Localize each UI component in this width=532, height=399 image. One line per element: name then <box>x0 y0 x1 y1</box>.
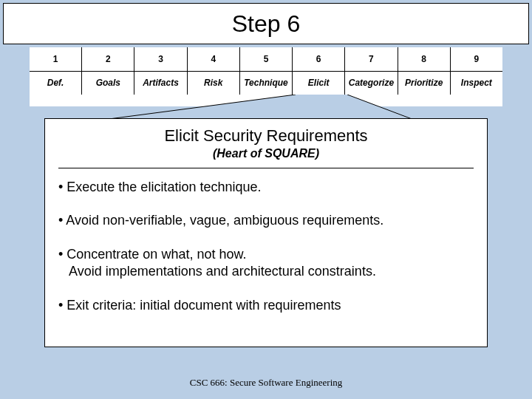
step-nav: 1 2 3 4 5 6 7 8 9 Def. Goals Artifacts R… <box>30 47 502 106</box>
step-num-4: 4 <box>188 47 240 72</box>
step-label-7: Categorize <box>345 71 398 95</box>
step-label-2: Goals <box>82 71 134 95</box>
page-title: Step 6 <box>232 10 301 38</box>
step-label-5: Technique <box>240 71 293 95</box>
step-nav-labels: Def. Goals Artifacts Risk Technique Elic… <box>30 71 502 95</box>
divider <box>58 168 474 168</box>
step-num-2: 2 <box>82 47 134 72</box>
section-subtitle: (Heart of SQUARE) <box>58 147 474 160</box>
section-heading: Elicit Security Requirements <box>58 126 474 146</box>
step-num-9: 9 <box>451 47 502 72</box>
content-box: Elicit Security Requirements (Heart of S… <box>44 118 488 347</box>
step-label-3: Artifacts <box>134 71 187 95</box>
step-label-4: Risk <box>188 71 240 95</box>
bullet-4: • Exit criteria: initial document with r… <box>58 297 474 314</box>
bullet-3-line1: • Concentrate on what, not how. <box>58 247 246 262</box>
step-label-9: Inspect <box>451 71 502 95</box>
step-nav-numbers: 1 2 3 4 5 6 7 8 9 <box>30 47 502 71</box>
step-num-6: 6 <box>293 47 345 72</box>
bullet-2: • Avoid non-verifiable, vague, ambiguous… <box>58 212 474 229</box>
step-label-1: Def. <box>30 71 82 95</box>
step-label-6: Elicit <box>293 71 345 95</box>
bullet-3: • Concentrate on what, not how. Avoid im… <box>58 246 474 281</box>
title-bar: Step 6 <box>3 3 529 44</box>
step-label-8: Prioritize <box>398 71 451 95</box>
step-num-8: 8 <box>398 47 451 72</box>
step-num-7: 7 <box>345 47 398 72</box>
step-num-5: 5 <box>240 47 293 72</box>
bullet-3-line2: Avoid implementations and architectural … <box>58 263 474 280</box>
footer-text: CSC 666: Secure Software Engineering <box>0 377 532 389</box>
bullet-1: • Execute the elicitation technique. <box>58 179 474 196</box>
step-num-3: 3 <box>134 47 187 72</box>
step-num-1: 1 <box>30 47 82 72</box>
